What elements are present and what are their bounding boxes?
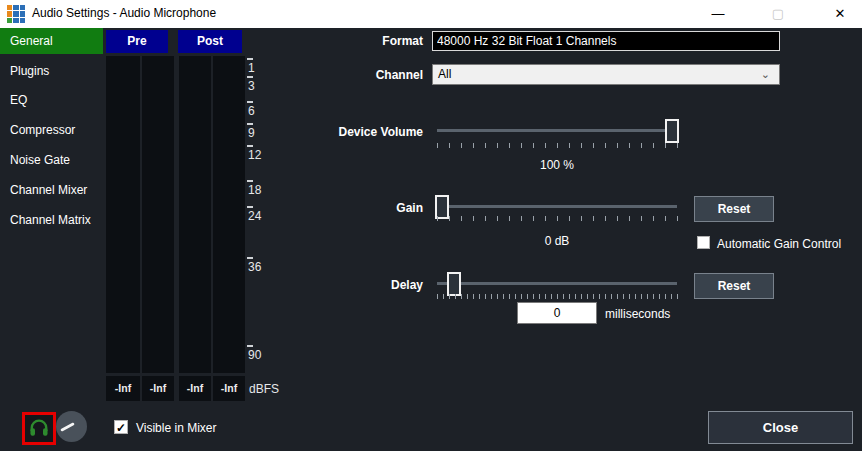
format-field[interactable]: [432, 31, 780, 51]
chevron-down-icon: ⌄: [761, 65, 770, 84]
device-volume-slider-handle[interactable]: [665, 119, 679, 143]
meter-bar-pre-left: [106, 56, 140, 373]
device-volume-slider-ticks: [437, 143, 678, 148]
scale-tick: 90: [248, 348, 261, 362]
automatic-gain-control-label: Automatic Gain Control: [717, 237, 841, 251]
maximize-button: ▢: [758, 0, 798, 28]
gain-label: Gain: [263, 201, 423, 215]
scale-tick: 36: [248, 260, 261, 274]
level-readout: -Inf: [179, 376, 211, 401]
device-volume-slider-track[interactable]: [437, 129, 677, 132]
titlebar: Audio Settings - Audio Microphone — ▢ ✕: [0, 0, 862, 28]
close-button[interactable]: Close: [708, 411, 853, 444]
automatic-gain-control-checkbox[interactable]: [697, 236, 710, 249]
scale-tick: 1: [248, 61, 255, 75]
scale-tick: 6: [248, 104, 255, 118]
visible-in-mixer-checkbox[interactable]: ✓: [114, 420, 128, 434]
visible-in-mixer-label: Visible in Mixer: [136, 421, 216, 435]
gain-slider-track[interactable]: [437, 205, 677, 208]
audio-settings-window: Audio Settings - Audio Microphone — ▢ ✕ …: [0, 0, 862, 451]
channel-dropdown[interactable]: All ⌄: [432, 64, 780, 85]
channel-selected-value: All: [438, 67, 451, 81]
format-label: Format: [263, 34, 423, 48]
delay-label: Delay: [263, 278, 423, 292]
scale-tick: 12: [248, 148, 261, 162]
sidebar-item-noise-gate[interactable]: Noise Gate: [0, 147, 103, 173]
knob-indicator-icon: [56, 411, 87, 442]
delay-slider-handle[interactable]: [447, 272, 461, 296]
sidebar-item-channel-matrix[interactable]: Channel Matrix: [0, 207, 103, 233]
sidebar-item-compressor[interactable]: Compressor: [0, 117, 103, 143]
scale-tick: 24: [248, 209, 261, 223]
headphones-volume-knob[interactable]: [56, 411, 87, 442]
scale-tick: 9: [248, 126, 255, 140]
sidebar-item-plugins[interactable]: Plugins: [0, 58, 103, 84]
delay-milliseconds-field[interactable]: [517, 302, 597, 324]
level-readout: -Inf: [142, 376, 174, 401]
gain-value: 0 dB: [437, 234, 677, 248]
close-window-button[interactable]: ✕: [820, 0, 860, 28]
delay-slider-track[interactable]: [437, 282, 677, 285]
meter-bar-post-right: [213, 56, 245, 373]
sidebar-item-channel-mixer[interactable]: Channel Mixer: [0, 177, 103, 203]
app-logo-icon: [7, 5, 25, 23]
window-title: Audio Settings - Audio Microphone: [32, 6, 216, 20]
scale-tick: 3: [248, 79, 255, 93]
scale-tick: 18: [248, 183, 261, 197]
level-readout: -Inf: [106, 376, 140, 401]
level-readout: -Inf: [213, 376, 245, 401]
meter-pre-header[interactable]: Pre: [106, 30, 168, 53]
scale-unit-label: dBFS: [249, 382, 279, 396]
device-volume-label: Device Volume: [263, 125, 423, 139]
meter-post-header[interactable]: Post: [178, 30, 242, 53]
headphones-monitor-button[interactable]: [22, 412, 56, 445]
meter-bar-pre-right: [142, 56, 174, 373]
delay-slider-ticks: [437, 294, 678, 299]
delay-reset-button[interactable]: Reset: [694, 273, 774, 299]
sidebar-item-eq[interactable]: EQ: [0, 87, 103, 113]
channel-label: Channel: [263, 68, 423, 82]
gain-slider-ticks: [437, 216, 678, 221]
sidebar-item-general[interactable]: General: [0, 28, 103, 54]
meter-bar-post-left: [179, 56, 211, 373]
delay-unit-label: milliseconds: [605, 307, 670, 321]
minimize-button[interactable]: —: [698, 0, 738, 28]
device-volume-value: 100 %: [437, 158, 677, 172]
headphones-icon: [28, 417, 50, 441]
gain-reset-button[interactable]: Reset: [694, 196, 774, 222]
